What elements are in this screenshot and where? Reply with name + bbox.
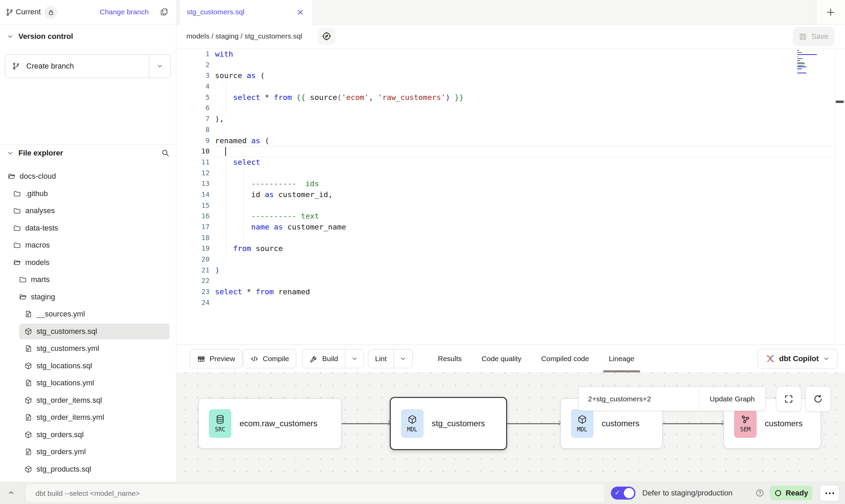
tree-item--sources-yml[interactable]: __sources.yml [0, 306, 176, 323]
node-title: stg_customers [432, 419, 485, 428]
question-icon[interactable] [755, 488, 764, 498]
build-button[interactable]: Build [302, 349, 364, 368]
database-icon [215, 414, 225, 425]
tab-compiled-code[interactable]: Compiled code [541, 345, 589, 373]
chevron-up-icon[interactable] [8, 489, 15, 496]
update-graph-button[interactable]: Update Graph [699, 387, 765, 411]
tree-item-models[interactable]: models [0, 254, 176, 271]
tree-item-stg-customers-yml[interactable]: stg_customers.yml [0, 340, 176, 357]
refresh-button[interactable] [805, 386, 831, 412]
defer-toggle[interactable]: ✓ [611, 487, 635, 500]
indent-guide [226, 81, 226, 114]
more-options-button[interactable] [820, 485, 840, 501]
tree-item-stg-customers-sql[interactable]: stg_customers.sql [0, 323, 176, 340]
change-branch-link[interactable]: Change branch [100, 8, 149, 16]
lineage-edge [342, 423, 390, 424]
tab-stg-customers-sql[interactable]: stg_customers.sql [180, 0, 313, 25]
lint-button[interactable]: Lint [368, 349, 413, 368]
tree-item-label: stg_products.sql [37, 465, 91, 474]
tree-item-docs-cloud[interactable]: docs-cloud [0, 168, 176, 185]
tree-item-label: stg_order_items.yml [37, 413, 104, 422]
tab-lineage[interactable]: Lineage [609, 345, 634, 373]
breadcrumb-row: models / staging / stg_customers.sql Sav… [176, 25, 845, 48]
line-number: 3 [176, 70, 215, 81]
fullscreen-button[interactable] [776, 386, 801, 412]
code-line-16: ---------- text [215, 211, 835, 222]
wrench-icon [310, 355, 318, 363]
copy-icon[interactable] [160, 8, 168, 16]
current-branch-label: Current [16, 8, 41, 16]
dbt-cloud-ide: Current Change branch Version control Cr… [0, 0, 845, 504]
preview-button[interactable]: Preview [190, 349, 242, 368]
sql-icon [24, 361, 33, 370]
tree-item-stg-order-items-sql[interactable]: stg_order_items.sql [0, 392, 176, 409]
lineage-node-source[interactable]: SRC ecom.raw_customers [198, 398, 342, 449]
node-title: customers [765, 419, 803, 428]
scrollbar-track[interactable] [835, 49, 835, 345]
file-explorer-title: File explorer [18, 149, 63, 158]
tree-item-label: stg_locations.sql [37, 361, 92, 370]
tree-item-data-tests[interactable]: data-tests [0, 220, 176, 237]
chevron-down-icon [7, 33, 14, 40]
tree-item-marts[interactable]: marts [0, 271, 176, 288]
tree-item-macros[interactable]: macros [0, 237, 176, 254]
tree-item--github[interactable]: .github [0, 185, 176, 203]
badge-label: MDL [407, 426, 418, 433]
save-button[interactable]: Save [793, 27, 834, 46]
tab-results[interactable]: Results [438, 345, 462, 373]
lineage-edge [663, 423, 724, 424]
create-branch-dropdown[interactable] [149, 63, 170, 70]
minimap[interactable] [797, 50, 818, 75]
refresh-icon [813, 394, 823, 404]
search-icon[interactable] [161, 149, 170, 157]
tree-item-stg-locations-sql[interactable]: stg_locations.sql [0, 357, 176, 375]
lock-icon [44, 6, 57, 19]
lineage-controls: 2+stg_customers+2 Update Graph [578, 387, 766, 411]
command-bar: dbt build --select <model_name> ✓ Defer … [0, 482, 845, 504]
version-control-header[interactable]: Version control [7, 32, 73, 41]
tree-item-label: __sources.yml [37, 310, 85, 318]
code-icon [250, 355, 259, 363]
tree-item-label: analyses [25, 206, 55, 215]
lineage-selector-input[interactable]: 2+stg_customers+2 [578, 387, 699, 411]
dbt-copilot-button[interactable]: dbt Copilot [758, 349, 837, 369]
minimap-line [797, 73, 806, 73]
yml-icon [24, 413, 33, 422]
folder-icon [13, 189, 22, 198]
tree-item-stg-products-sql[interactable]: stg_products.sql [0, 461, 176, 478]
tree-item-stg-locations-yml[interactable]: stg_locations.yml [0, 374, 176, 392]
yml-icon [24, 379, 33, 387]
file-explorer-header[interactable]: File explorer [7, 149, 63, 158]
code-line-4 [215, 81, 835, 92]
tree-item-stg-order-items-yml[interactable]: stg_order_items.yml [0, 409, 176, 426]
src-badge: SRC [209, 409, 231, 438]
code-editor[interactable]: 123456789101112131415161718192021222324 … [176, 48, 845, 344]
code-line-19: from source [215, 243, 835, 254]
tree-item-stg-orders-yml[interactable]: stg_orders.yml [0, 443, 176, 461]
code-line-17: name as customer_name [215, 222, 835, 233]
new-tab-button[interactable] [816, 0, 845, 24]
create-branch-button[interactable]: Create branch [5, 54, 171, 78]
line-number: 7 [176, 114, 215, 124]
minimap-line [797, 50, 799, 51]
badge-label: MDL [577, 426, 588, 433]
compile-button[interactable]: Compile [243, 349, 296, 368]
tree-item-label: stg_orders.sql [37, 430, 84, 439]
code-line-21: ) [215, 265, 835, 276]
tree-item-analyses[interactable]: analyses [0, 202, 176, 220]
line-number: 20 [176, 254, 215, 265]
build-dropdown[interactable] [345, 350, 364, 368]
line-number: 11 [176, 157, 215, 168]
tree-item-staging[interactable]: staging [0, 288, 176, 306]
code-content[interactable]: withsource as ( select * from {{ source(… [215, 49, 835, 308]
lineage-node-stg-customers[interactable]: MDL stg_customers [390, 397, 507, 450]
lint-dropdown[interactable] [394, 350, 412, 368]
tree-item-stg-orders-sql[interactable]: stg_orders.sql [0, 426, 176, 444]
folder-open-icon [7, 172, 16, 181]
close-icon[interactable] [296, 8, 304, 16]
tab-code-quality[interactable]: Code quality [482, 345, 521, 373]
minimap-line [797, 71, 798, 71]
tab-label: stg_customers.sql [187, 8, 244, 16]
explore-button[interactable] [318, 28, 335, 44]
command-input[interactable]: dbt build --select <model_name> [26, 484, 604, 502]
